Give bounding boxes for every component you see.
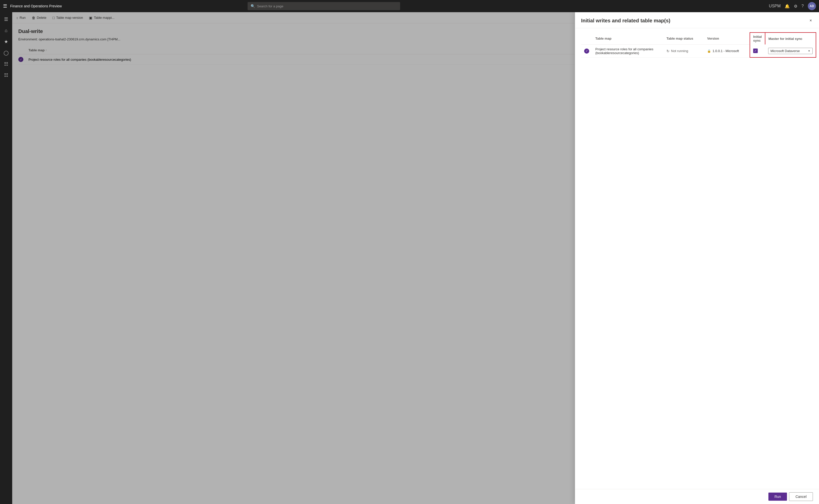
modal-footer: Run Cancel bbox=[575, 489, 819, 504]
chevron-down-icon: ▼ bbox=[808, 50, 810, 52]
run-button-modal[interactable]: Run bbox=[768, 493, 787, 501]
sidebar-item-favorites[interactable]: ★ bbox=[1, 37, 11, 47]
row-select-check-circle[interactable]: ✓ bbox=[584, 49, 589, 54]
th-table-map: Table map bbox=[592, 33, 663, 44]
row-master-cell: Microsoft Dataverse ▼ bbox=[765, 44, 816, 57]
top-navigation: ☰ Finance and Operations Preview 🔍 USPM … bbox=[0, 0, 819, 12]
main-area: ↕ Run 🗑 Delete □ Table map version ▣ Tab… bbox=[12, 12, 819, 504]
row-status-cell: ↻ Not running bbox=[663, 44, 704, 57]
th-master-for-initial-sync: Master for initial sync bbox=[765, 33, 816, 44]
modal-dialog: Initial writes and related table map(s) … bbox=[575, 12, 819, 504]
not-running-icon: ↻ bbox=[667, 49, 670, 53]
sidebar-item-hamburger[interactable]: ☰ bbox=[1, 14, 11, 24]
modal-table-row: ✓ Project resource roles for all compani… bbox=[581, 44, 816, 57]
th-version: Version bbox=[704, 33, 750, 44]
help-icon[interactable]: ? bbox=[801, 4, 804, 8]
th-table-map-status: Table map status bbox=[663, 33, 704, 44]
master-dropdown[interactable]: Microsoft Dataverse ▼ bbox=[768, 48, 813, 54]
modal-table-header-row: Table map Table map status Version Initi… bbox=[581, 33, 816, 44]
settings-icon[interactable]: ⚙ bbox=[794, 4, 797, 9]
lock-icon: 🔒 bbox=[707, 49, 711, 53]
search-icon: 🔍 bbox=[251, 4, 255, 8]
row-table-map-cell: Project resource roles for all companies… bbox=[592, 44, 663, 57]
modal-title: Initial writes and related table map(s) bbox=[581, 18, 670, 24]
th-initial-sync: Initial sync bbox=[750, 33, 765, 44]
notification-icon[interactable]: 🔔 bbox=[785, 4, 790, 9]
row-select-checkbox-cell: ✓ bbox=[581, 44, 592, 57]
status-not-running: ↻ Not running bbox=[667, 49, 701, 53]
username-label: USPM bbox=[769, 4, 781, 8]
th-checkbox bbox=[581, 33, 592, 44]
app-title: Finance and Operations Preview bbox=[10, 4, 62, 8]
initial-sync-checkbox[interactable]: ✓ bbox=[753, 49, 758, 53]
row-version-cell: 🔒 1.0.0.1 - Microsoft bbox=[704, 44, 750, 57]
modal-table: Table map Table map status Version Initi… bbox=[581, 32, 816, 58]
row-initial-sync-cell[interactable]: ✓ bbox=[750, 44, 765, 57]
app-layout: ☰ ⌂ ★ ◯ ☷ ☷ ↕ Run 🗑 Delete □ Table map v… bbox=[0, 12, 819, 504]
modal-body: Table map Table map status Version Initi… bbox=[575, 28, 819, 489]
search-bar[interactable]: 🔍 bbox=[247, 2, 400, 10]
sidebar-item-modules[interactable]: ☷ bbox=[1, 70, 11, 80]
modal-header: Initial writes and related table map(s) … bbox=[575, 12, 819, 28]
search-input[interactable] bbox=[257, 4, 397, 8]
cancel-button-modal[interactable]: Cancel bbox=[789, 492, 813, 501]
topnav-right-controls: USPM 🔔 ⚙ ? AD bbox=[769, 2, 816, 10]
sidebar-item-home[interactable]: ⌂ bbox=[1, 25, 11, 36]
modal-overlay: Initial writes and related table map(s) … bbox=[12, 12, 819, 504]
modal-close-button[interactable]: × bbox=[809, 17, 813, 24]
sidebar-item-workspaces[interactable]: ☷ bbox=[1, 59, 11, 69]
hamburger-menu-icon[interactable]: ☰ bbox=[3, 3, 7, 9]
sidebar: ☰ ⌂ ★ ◯ ☷ ☷ bbox=[0, 12, 12, 504]
sidebar-item-recent[interactable]: ◯ bbox=[1, 48, 11, 58]
avatar[interactable]: AD bbox=[808, 2, 816, 10]
